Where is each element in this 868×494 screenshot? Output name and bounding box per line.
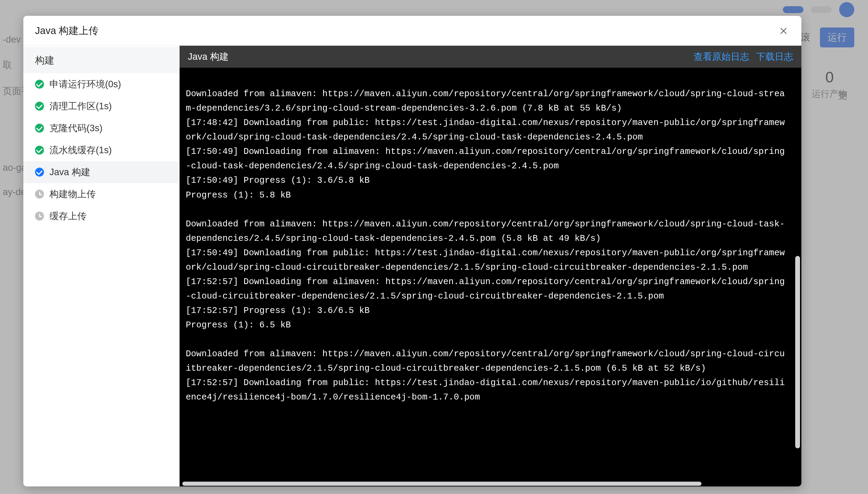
success-icon xyxy=(35,124,44,133)
step-label: Java 构建 xyxy=(49,166,90,178)
log-output[interactable]: Downloaded from alimaven: https://maven.… xyxy=(180,68,793,482)
close-icon xyxy=(779,26,788,36)
build-steps-sidebar: 构建 申请运行环境(0s) 清理工作区(1s) 克隆代码(3s) 流水线缓存(1… xyxy=(23,46,180,486)
step-java-build[interactable]: Java 构建 xyxy=(23,161,179,183)
pending-icon xyxy=(35,212,44,221)
log-header: Java 构建 查看原始日志 下载日志 xyxy=(180,46,801,68)
step-clone-code[interactable]: 克隆代码(3s) xyxy=(23,117,179,139)
step-label: 申请运行环境(0s) xyxy=(49,78,121,90)
step-label: 克隆代码(3s) xyxy=(49,122,103,134)
running-icon xyxy=(35,168,44,177)
step-label: 缓存上传 xyxy=(49,210,87,222)
success-icon xyxy=(35,80,44,89)
step-label: 流水线缓存(1s) xyxy=(49,144,112,156)
step-cache-upload[interactable]: 缓存上传 xyxy=(23,205,179,227)
step-label: 清理工作区(1s) xyxy=(49,100,112,112)
modal-title: Java 构建上传 xyxy=(35,24,99,38)
log-panel-title: Java 构建 xyxy=(188,50,229,63)
success-icon xyxy=(35,102,44,111)
step-label: 构建物上传 xyxy=(49,188,96,200)
build-log-modal: Java 构建上传 构建 申请运行环境(0s) 清理工作区(1s) 克隆代码(3… xyxy=(23,16,801,486)
vertical-scrollbar-thumb[interactable] xyxy=(795,256,800,448)
modal-header: Java 构建上传 xyxy=(23,16,801,46)
pending-icon xyxy=(35,190,44,199)
close-button[interactable] xyxy=(777,25,790,37)
horizontal-scrollbar[interactable] xyxy=(182,481,793,486)
log-panel: Java 构建 查看原始日志 下载日志 Downloaded from alim… xyxy=(180,46,801,486)
vertical-scrollbar[interactable] xyxy=(795,68,800,482)
download-log-link[interactable]: 下载日志 xyxy=(756,50,793,63)
success-icon xyxy=(35,146,44,155)
view-raw-log-link[interactable]: 查看原始日志 xyxy=(694,50,749,63)
step-clean-workspace[interactable]: 清理工作区(1s) xyxy=(23,95,179,117)
step-pipeline-cache[interactable]: 流水线缓存(1s) xyxy=(23,139,179,161)
step-artifact-upload[interactable]: 构建物上传 xyxy=(23,183,179,205)
step-request-env[interactable]: 申请运行环境(0s) xyxy=(23,73,179,95)
sidebar-section-title: 构建 xyxy=(23,47,179,73)
horizontal-scrollbar-thumb[interactable] xyxy=(182,482,701,486)
